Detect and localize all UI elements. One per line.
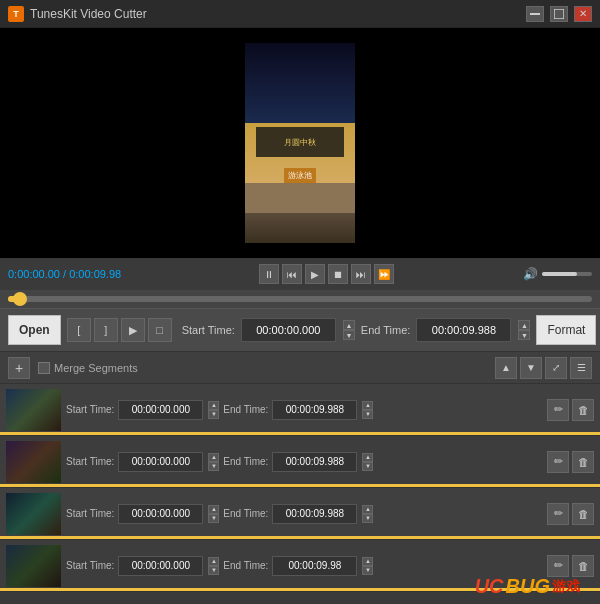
- seg-start-input-1[interactable]: [118, 400, 203, 420]
- seek-thumb[interactable]: [13, 292, 27, 306]
- end-time-label: End Time:: [361, 324, 411, 336]
- end-time-up[interactable]: ▲: [518, 320, 530, 330]
- segment-times: Start Time: ▲ ▼ End Time: ▲ ▼: [66, 504, 542, 524]
- seg-end-label: End Time:: [223, 404, 268, 415]
- seg-start-input-2[interactable]: [118, 452, 203, 472]
- seg-start-label: Start Time:: [66, 456, 114, 467]
- maximize-button[interactable]: [550, 6, 568, 22]
- segment-thumbnail: [6, 493, 61, 535]
- fast-forward-button[interactable]: ⏩: [374, 264, 394, 284]
- expand-button[interactable]: ⤢: [545, 357, 567, 379]
- table-row: Start Time: ▲ ▼ End Time: ▲ ▼ ✏ 🗑: [0, 384, 600, 436]
- svg-rect-0: [530, 13, 540, 15]
- time-display: 0:00:00.00 / 0:00:09.98: [8, 268, 121, 280]
- start-time-spinner: ▲ ▼: [343, 320, 355, 340]
- seg-end-input-2[interactable]: [272, 452, 357, 472]
- seg-end-label: End Time:: [223, 508, 268, 519]
- seg-start-input-4[interactable]: [118, 556, 203, 576]
- merge-checkbox-area: Merge Segments: [38, 362, 138, 374]
- minimize-button[interactable]: [526, 6, 544, 22]
- seg-start-spinner-3: ▲ ▼: [208, 505, 219, 523]
- seg-start-spinner-1: ▲ ▼: [208, 401, 219, 419]
- mark-in-button[interactable]: [: [67, 318, 91, 342]
- segments-header: + Merge Segments ▲ ▼ ⤢ ☰: [0, 352, 600, 384]
- start-time-up[interactable]: ▲: [343, 320, 355, 330]
- table-row: Start Time: ▲ ▼ End Time: ▲ ▼ ✏ 🗑: [0, 488, 600, 540]
- edit-segment-1[interactable]: ✏: [547, 399, 569, 421]
- window-controls: ✕: [526, 6, 592, 22]
- delete-segment-3[interactable]: 🗑: [572, 503, 594, 525]
- seg-start-spinner-2: ▲ ▼: [208, 453, 219, 471]
- end-time-input[interactable]: [416, 318, 511, 342]
- app-icon: T: [8, 6, 24, 22]
- list-button[interactable]: ☰: [570, 357, 592, 379]
- format-button[interactable]: Format: [536, 315, 596, 345]
- video-preview: 月圆中秋 游泳池: [245, 43, 355, 243]
- seg-start-label: Start Time:: [66, 404, 114, 415]
- seek-bar[interactable]: [8, 296, 592, 302]
- seg-start-spinner-4: ▲ ▼: [208, 557, 219, 575]
- prev-frame-button[interactable]: ⏮: [282, 264, 302, 284]
- delete-segment-4[interactable]: 🗑: [572, 555, 594, 577]
- volume-icon: 🔊: [523, 267, 538, 281]
- segment-timeline-2: [0, 484, 600, 487]
- add-segment-btn[interactable]: +: [8, 357, 30, 379]
- play-button[interactable]: ▶: [305, 264, 325, 284]
- start-time-label: Start Time:: [182, 324, 235, 336]
- segments-right-controls: ▲ ▼ ⤢ ☰: [495, 357, 592, 379]
- segment-thumbnail: [6, 545, 61, 587]
- clip-controls: [ ] ▶ □: [67, 318, 172, 342]
- seg-end-input-4[interactable]: [272, 556, 357, 576]
- end-time-down[interactable]: ▼: [518, 330, 530, 340]
- segment-thumbnail: [6, 441, 61, 483]
- segment-actions-2: ✏ 🗑: [547, 451, 594, 473]
- open-button[interactable]: Open: [8, 315, 61, 345]
- delete-segment-1[interactable]: 🗑: [572, 399, 594, 421]
- seg-end-spinner-2: ▲ ▼: [362, 453, 373, 471]
- segment-times: Start Time: ▲ ▼ End Time: ▲ ▼: [66, 452, 542, 472]
- table-row: Start Time: ▲ ▼ End Time: ▲ ▼ ✏ 🗑: [0, 540, 600, 592]
- video-overlay: 游泳池: [284, 168, 316, 183]
- merge-label: Merge Segments: [54, 362, 138, 374]
- start-time-input[interactable]: [241, 318, 336, 342]
- title-bar: T TunesKit Video Cutter ✕: [0, 0, 600, 28]
- edit-segment-4[interactable]: ✏: [547, 555, 569, 577]
- edit-segment-3[interactable]: ✏: [547, 503, 569, 525]
- seg-end-input-3[interactable]: [272, 504, 357, 524]
- segment-actions-4: ✏ 🗑: [547, 555, 594, 577]
- transport-bar: 0:00:00.00 / 0:00:09.98 ⏸ ⏮ ▶ ⏹ ⏭ ⏩ 🔊: [0, 258, 600, 290]
- seg-start-input-3[interactable]: [118, 504, 203, 524]
- pause-button[interactable]: ⏸: [259, 264, 279, 284]
- svg-rect-1: [554, 9, 564, 19]
- table-row: Start Time: ▲ ▼ End Time: ▲ ▼ ✏ 🗑: [0, 436, 600, 488]
- volume-fill: [542, 272, 577, 276]
- seg-end-spinner-3: ▲ ▼: [362, 505, 373, 523]
- stop-button[interactable]: ⏹: [328, 264, 348, 284]
- segment-times: Start Time: ▲ ▼ End Time: ▲ ▼: [66, 556, 542, 576]
- seg-end-label: End Time:: [223, 456, 268, 467]
- add-segment-button[interactable]: □: [148, 318, 172, 342]
- seg-start-label: Start Time:: [66, 560, 114, 571]
- move-down-button[interactable]: ▼: [520, 357, 542, 379]
- app-title: TunesKit Video Cutter: [30, 7, 526, 21]
- merge-checkbox[interactable]: [38, 362, 50, 374]
- close-button[interactable]: ✕: [574, 6, 592, 22]
- segment-times: Start Time: ▲ ▼ End Time: ▲ ▼: [66, 400, 542, 420]
- seg-end-spinner-4: ▲ ▼: [362, 557, 373, 575]
- segment-thumbnail: [6, 389, 61, 431]
- segment-timeline-1: [0, 432, 600, 435]
- seg-end-input-1[interactable]: [272, 400, 357, 420]
- segment-actions-1: ✏ 🗑: [547, 399, 594, 421]
- segment-timeline-3: [0, 536, 600, 539]
- next-frame-button[interactable]: ⏭: [351, 264, 371, 284]
- delete-segment-2[interactable]: 🗑: [572, 451, 594, 473]
- edit-segment-2[interactable]: ✏: [547, 451, 569, 473]
- volume-slider[interactable]: [542, 272, 592, 276]
- seg-start-label: Start Time:: [66, 508, 114, 519]
- mark-out-button[interactable]: ]: [94, 318, 118, 342]
- volume-area: 🔊: [523, 267, 592, 281]
- preview-clip-button[interactable]: ▶: [121, 318, 145, 342]
- start-time-down[interactable]: ▼: [343, 330, 355, 340]
- move-up-button[interactable]: ▲: [495, 357, 517, 379]
- toolbar-row: Open [ ] ▶ □ Start Time: ▲ ▼ End Time: ▲…: [0, 308, 600, 352]
